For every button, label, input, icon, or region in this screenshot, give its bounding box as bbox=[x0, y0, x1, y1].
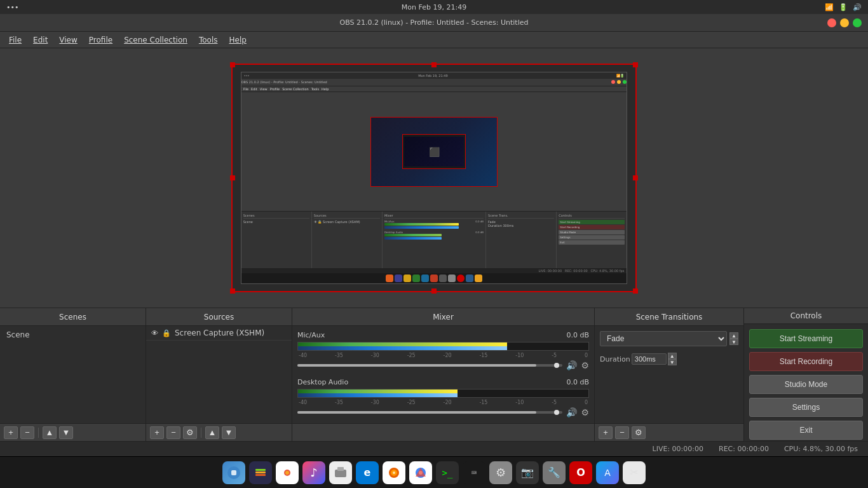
taskbar-chrome[interactable] bbox=[409, 461, 432, 484]
taskbar-terminal2[interactable]: ⌨ bbox=[463, 461, 485, 484]
svg-rect-4 bbox=[255, 469, 266, 471]
taskbar-app1[interactable] bbox=[329, 461, 352, 484]
start-streaming-button[interactable]: Start Streaming bbox=[749, 329, 863, 348]
sources-content: 👁 🔒 Screen Capture (XSHM) bbox=[146, 326, 292, 423]
window-dots: ••• bbox=[6, 3, 18, 11]
system-bar: ••• Mon Feb 19, 21:49 📶 🔋 🔊 bbox=[0, 0, 868, 14]
window-controls[interactable] bbox=[827, 18, 862, 27]
exit-button[interactable]: Exit bbox=[749, 421, 863, 440]
mixer-mic-mute-button[interactable]: 🔊 bbox=[566, 360, 577, 370]
sources-remove-button[interactable]: − bbox=[166, 426, 180, 439]
handle-br[interactable] bbox=[633, 288, 638, 294]
transitions-settings-button[interactable]: ⚙ bbox=[632, 426, 646, 439]
taskbar-appstore[interactable]: A bbox=[596, 461, 619, 484]
nested-obs: ••• Mon Feb 19, 21:49 📶🔋 OBS 21.0.2 (lin… bbox=[241, 72, 628, 285]
menu-help[interactable]: Help bbox=[224, 34, 251, 46]
nested-preview-inner: ⬛ bbox=[370, 117, 498, 187]
handle-tr[interactable] bbox=[633, 62, 638, 67]
handle-bm[interactable] bbox=[431, 288, 437, 294]
volume-icon: 🔊 bbox=[853, 3, 862, 11]
mixer-desktop-mute-button[interactable]: 🔊 bbox=[566, 407, 577, 417]
sources-panel: Sources 👁 🔒 Screen Capture (XSHM) + − ⚙ … bbox=[146, 308, 292, 441]
menu-file[interactable]: File bbox=[4, 34, 27, 46]
handle-mr[interactable] bbox=[633, 175, 638, 180]
transitions-panel: Scene Transitions Fade ▲ ▼ Duration ▲ ▼ bbox=[595, 308, 744, 441]
scenes-add-button[interactable]: + bbox=[4, 426, 18, 439]
scene-item[interactable]: Scene bbox=[3, 329, 143, 341]
sources-settings-button[interactable]: ⚙ bbox=[183, 426, 197, 439]
sources-up-button[interactable]: ▲ bbox=[205, 426, 219, 439]
taskbar-finder[interactable] bbox=[222, 461, 245, 484]
scenes-header: Scenes bbox=[0, 308, 146, 326]
handle-bl[interactable] bbox=[230, 288, 235, 294]
nested-menubar: FileEditViewProfileScene CollectionTools… bbox=[241, 86, 627, 92]
mixer-mic-track bbox=[298, 342, 588, 350]
taskbar-opera[interactable]: O bbox=[569, 461, 592, 484]
transitions-type-up[interactable]: ▲ bbox=[729, 332, 738, 339]
transitions-duration-row: Duration ▲ ▼ bbox=[600, 353, 738, 365]
menu-edit[interactable]: Edit bbox=[28, 34, 53, 46]
cpu-status: CPU: 4.8%, 30.00 fps bbox=[784, 445, 858, 453]
transitions-duration-input[interactable] bbox=[632, 353, 667, 365]
battery-icon: 🔋 bbox=[839, 3, 848, 11]
mixer-desktop-blue bbox=[298, 393, 458, 397]
mixer-mic-db: 0.0 dB bbox=[566, 331, 589, 339]
transitions-duration-down[interactable]: ▼ bbox=[668, 359, 677, 365]
mixer-toolbar bbox=[292, 423, 594, 441]
scenes-down-button[interactable]: ▼ bbox=[59, 426, 73, 439]
mixer-desktop-volume-slider[interactable] bbox=[297, 411, 562, 414]
taskbar-photos[interactable] bbox=[276, 461, 299, 484]
sources-add-button[interactable]: + bbox=[150, 426, 164, 439]
scenes-remove-button[interactable]: − bbox=[20, 426, 34, 439]
mixer-desktop-name: Desktop Audio bbox=[297, 378, 348, 386]
mixer-desktop-settings-button[interactable]: ⚙ bbox=[581, 407, 589, 417]
transitions-add-button[interactable]: + bbox=[599, 426, 613, 439]
taskbar-obs[interactable] bbox=[249, 461, 272, 484]
transitions-duration-up[interactable]: ▲ bbox=[668, 353, 677, 359]
taskbar-screenshot[interactable]: ✂ bbox=[623, 461, 646, 484]
lock-icon: 🔒 bbox=[162, 329, 171, 337]
handle-tm[interactable] bbox=[431, 62, 437, 67]
scenes-toolbar-sep bbox=[38, 428, 39, 438]
transitions-type-select[interactable]: Fade bbox=[600, 331, 727, 346]
settings-button[interactable]: Settings bbox=[749, 398, 863, 417]
live-status: LIVE: 00:00:00 bbox=[653, 445, 703, 453]
transitions-duration-spinner: ▲ ▼ bbox=[668, 353, 677, 365]
menu-tools[interactable]: Tools bbox=[194, 34, 223, 46]
scenes-toolbar: + − ▲ ▼ bbox=[0, 423, 146, 441]
menu-scene-collection[interactable]: Scene Collection bbox=[119, 34, 193, 46]
minimize-button[interactable] bbox=[840, 18, 849, 27]
handle-ml[interactable] bbox=[230, 175, 235, 180]
scenes-up-button[interactable]: ▲ bbox=[43, 426, 57, 439]
taskbar-terminal1[interactable]: >_ bbox=[436, 461, 459, 484]
wifi-icon: 📶 bbox=[825, 3, 834, 11]
mixer-mic-name: Mic/Aux bbox=[297, 331, 325, 339]
mixer-channel-mic: Mic/Aux 0.0 dB -40-35-30-25-20-15-10-50 bbox=[297, 331, 589, 370]
mixer-mic-volume-slider[interactable] bbox=[297, 364, 562, 367]
taskbar-sysprefs[interactable]: ⚙ bbox=[489, 461, 512, 484]
studio-mode-button[interactable]: Studio Mode bbox=[749, 375, 863, 394]
taskbar-edge[interactable]: e bbox=[356, 461, 379, 484]
mixer-mic-label-row: Mic/Aux 0.0 dB bbox=[297, 331, 589, 339]
transitions-type-down[interactable]: ▼ bbox=[729, 339, 738, 345]
mixer-desktop-scale: -40-35-30-25-20-15-10-50 bbox=[297, 400, 589, 405]
mixer-mic-settings-button[interactable]: ⚙ bbox=[581, 360, 589, 370]
taskbar: ♪ e >_ ⌨ ⚙ 📷 🔧 bbox=[0, 456, 868, 488]
sources-toolbar: + − ⚙ ▲ ▼ bbox=[146, 423, 292, 441]
taskbar-settings[interactable]: 🔧 bbox=[543, 461, 566, 484]
taskbar-camera[interactable]: 📷 bbox=[516, 461, 539, 484]
taskbar-firefox[interactable] bbox=[383, 461, 405, 484]
svg-rect-2 bbox=[255, 474, 266, 476]
sources-down-button[interactable]: ▼ bbox=[222, 426, 236, 439]
handle-tl[interactable] bbox=[230, 62, 235, 67]
taskbar-music[interactable]: ♪ bbox=[302, 461, 325, 484]
menu-profile[interactable]: Profile bbox=[84, 34, 118, 46]
source-item-screen-capture[interactable]: 👁 🔒 Screen Capture (XSHM) bbox=[146, 326, 292, 341]
controls-content: Start Streaming Start Recording Studio M… bbox=[744, 324, 868, 445]
menu-view[interactable]: View bbox=[54, 34, 82, 46]
transitions-remove-button[interactable]: − bbox=[615, 426, 629, 439]
start-recording-button[interactable]: Start Recording bbox=[749, 352, 863, 371]
mixer-desktop-meter bbox=[297, 389, 589, 398]
maximize-button[interactable] bbox=[853, 18, 862, 27]
close-button[interactable] bbox=[827, 18, 836, 27]
